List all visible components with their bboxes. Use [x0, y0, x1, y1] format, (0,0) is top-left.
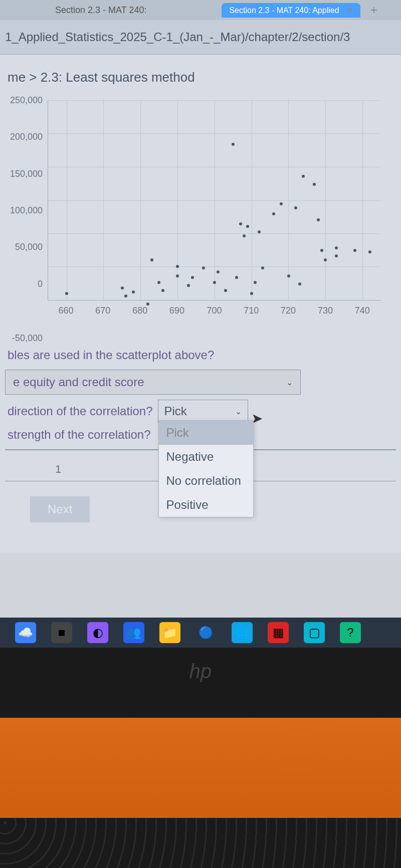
direction-select-value: Pick: [164, 404, 187, 418]
taskbar-weather-icon[interactable]: ☁️: [15, 622, 36, 643]
scatter-point: [239, 222, 242, 225]
scatter-point: [217, 270, 220, 273]
x-tick: 690: [169, 306, 184, 316]
scatter-point: [243, 234, 246, 237]
scatter-point: [124, 295, 127, 298]
page-content: me > 2.3: Least squares method 250,000 2…: [0, 55, 401, 552]
x-tick: 660: [59, 306, 74, 316]
url-bar[interactable]: 1_Applied_Statistics_2025_C-1_(Jan_-_Mar…: [0, 20, 401, 55]
url-text: 1_Applied_Statistics_2025_C-1_(Jan_-_Mar…: [5, 30, 350, 44]
x-tick: 700: [207, 306, 222, 316]
new-tab-button[interactable]: +: [370, 3, 377, 17]
hp-logo: hp: [189, 660, 212, 683]
x-tick: 680: [132, 306, 147, 316]
scatter-point: [176, 274, 179, 277]
x-tick: 670: [95, 306, 110, 316]
scatter-point: [235, 276, 238, 279]
scatter-point: [258, 230, 261, 233]
scatter-point: [65, 292, 68, 295]
scatter-point: [320, 249, 323, 252]
windows-taskbar[interactable]: ☁️ ■ ◐ 👥 📁 🔵 🌐 ▦ ▢ ?: [0, 618, 401, 648]
scatter-point: [261, 266, 264, 269]
y-tick: 0: [38, 278, 43, 289]
y-tick: 100,000: [10, 205, 43, 216]
direction-select[interactable]: Pick ⌄ Pick Negative No correlation Posi…: [158, 400, 248, 423]
x-tick: 710: [244, 306, 259, 316]
taskbar-explorer-icon[interactable]: 📁: [159, 622, 180, 643]
y-axis: 250,000 200,000 150,000 100,000 50,000 0…: [5, 100, 45, 321]
taskbar-app-icon[interactable]: ▢: [304, 622, 325, 643]
scatter-point: [187, 284, 190, 287]
x-tick: 740: [355, 306, 370, 316]
y-tick: -50,000: [12, 333, 43, 344]
y-tick: 150,000: [10, 168, 43, 179]
y-tick: 50,000: [15, 242, 43, 252]
scatter-point: [246, 225, 249, 228]
scatter-point: [317, 218, 320, 221]
scatter-point: [161, 289, 164, 292]
scatter-point: [132, 291, 135, 294]
taskbar-copilot-icon[interactable]: ◐: [87, 622, 108, 643]
y-tick: 250,000: [10, 95, 43, 106]
scatter-point: [298, 282, 301, 285]
question-direction: direction of the correlation?: [8, 404, 153, 418]
scatter-point: [232, 143, 235, 146]
scatter-point: [287, 274, 290, 277]
x-tick: 730: [318, 306, 333, 316]
tab-partial-text: Section 2.3 - MAT 240:: [55, 5, 146, 16]
scatter-point: [272, 212, 275, 215]
scatter-point: [335, 254, 338, 257]
scatter-point: [150, 258, 153, 261]
question-strength: strength of the correlation?: [8, 428, 151, 442]
next-button[interactable]: Next: [30, 496, 90, 522]
scatter-point: [313, 183, 316, 186]
scatter-point: [254, 281, 257, 284]
taskbar-teams-icon[interactable]: 👥: [123, 622, 144, 643]
y-tick: 200,000: [10, 132, 43, 142]
x-tick: 720: [281, 306, 296, 316]
scatter-point: [176, 265, 179, 268]
scatter-point: [335, 246, 338, 249]
scatter-point: [353, 249, 356, 252]
close-icon[interactable]: ✕: [346, 6, 353, 15]
scatter-point: [191, 276, 194, 279]
taskbar-edge-icon[interactable]: 🌐: [232, 622, 253, 643]
browser-tab-active[interactable]: Section 2.3 - MAT 240: Applied ✕: [222, 3, 360, 18]
x-axis: 660 670 680 690 700 710 720 730 740: [48, 306, 381, 321]
chevron-down-icon: ⌄: [235, 407, 242, 416]
scatter-point: [280, 202, 283, 205]
scatter-point: [324, 258, 327, 261]
taskbar-app-icon[interactable]: ■: [51, 622, 72, 643]
direction-dropdown-menu: Pick Negative No correlation Positive: [158, 420, 254, 517]
scatter-point: [224, 289, 227, 292]
variables-select-value: e equity and credit score: [13, 375, 144, 389]
scatter-point: [157, 281, 160, 284]
taskbar-help-icon[interactable]: ?: [340, 622, 361, 643]
taskbar-app-icon[interactable]: ▦: [268, 622, 289, 643]
scatter-chart: 250,000 200,000 150,000 100,000 50,000 0…: [5, 100, 396, 341]
scatter-point: [121, 286, 124, 290]
dropdown-item-pick[interactable]: Pick: [159, 421, 253, 445]
scatter-point: [250, 292, 253, 295]
breadcrumb[interactable]: me > 2.3: Least squares method: [5, 70, 396, 85]
scatter-point: [302, 175, 305, 178]
tab-title: Section 2.3 - MAT 240: Applied: [229, 6, 339, 15]
variables-select[interactable]: e equity and credit score ⌄: [5, 370, 301, 395]
taskbar-chrome-icon[interactable]: 🔵: [195, 622, 217, 643]
chevron-down-icon: ⌄: [286, 378, 293, 387]
dropdown-item-no-correlation[interactable]: No correlation: [159, 469, 253, 493]
browser-tab-bar: Section 2.3 - MAT 240: Section 2.3 - MAT…: [0, 0, 401, 20]
keyboard-edge: [0, 818, 401, 868]
dropdown-item-positive[interactable]: Positive: [159, 493, 253, 517]
scatter-point: [368, 250, 371, 253]
question-variables: bles are used in the scatterplot above?: [8, 348, 393, 362]
plot-area: [48, 100, 381, 301]
scatter-point: [294, 206, 297, 209]
scatter-point: [202, 266, 205, 269]
dropdown-item-negative[interactable]: Negative: [159, 445, 253, 469]
scatter-point: [213, 281, 216, 284]
